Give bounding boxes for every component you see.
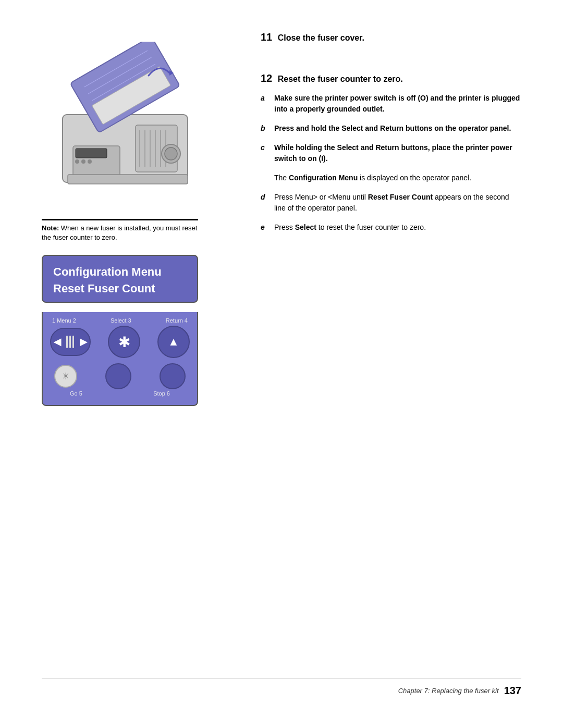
inline-note: The Configuration Menu is displayed on t… (274, 172, 521, 183)
step-12-text: Reset the fuser counter to zero. (278, 75, 403, 83)
svg-point-4 (81, 159, 85, 164)
step-12-header: 12 Reset the fuser counter to zero. (261, 72, 521, 84)
menu-nav-button[interactable]: ◀ ▶ (50, 328, 91, 356)
step-12-number: 12 (261, 72, 272, 84)
main-content: Note: When a new fuser is installed, you… (42, 31, 521, 657)
return-label: Return 4 (166, 317, 188, 324)
sub-step-d-letter: d (261, 192, 268, 214)
step-11-text: Close the fuser cover. (278, 33, 364, 42)
svg-point-3 (75, 159, 79, 164)
right-column: 11 Close the fuser cover. 12 Reset the f… (261, 31, 521, 657)
step-12: 12 Reset the fuser counter to zero. a Ma… (261, 72, 521, 241)
sub-step-e: e Press Select to reset the fuser counte… (261, 222, 521, 233)
menu-label: 1 Menu 2 (52, 317, 76, 324)
sub-step-e-text: Press Select to reset the fuser counter … (274, 222, 426, 233)
stop-label: Stop 6 (153, 390, 170, 397)
sub-step-b: b Press and hold the Select and Return b… (261, 123, 521, 134)
config-menu-line2: Reset Fuser Count (53, 282, 187, 295)
sub-step-b-letter: b (261, 123, 268, 134)
select-label: Select 3 (111, 317, 131, 324)
note-box: Note: When a new fuser is installed, you… (42, 219, 198, 242)
footer-chapter-text: Chapter 7: Replacing the fuser kit (398, 687, 499, 695)
step-11: 11 Close the fuser cover. (261, 31, 521, 52)
page-footer: Chapter 7: Replacing the fuser kit 137 (42, 678, 521, 697)
return-button[interactable]: ▲ (157, 326, 190, 358)
note-text: When a new fuser is installed, you must … (42, 224, 197, 241)
panel-label-row-top: 1 Menu 2 Select 3 Return 4 (50, 317, 190, 324)
sub-step-a: a Make sure the printer power switch is … (261, 93, 521, 115)
sub-step-a-letter: a (261, 93, 268, 115)
note-label: Note: (42, 224, 59, 232)
right-arrow-icon: ▶ (80, 336, 87, 348)
printer-illustration (42, 31, 219, 208)
power-button[interactable]: ☀ (54, 365, 77, 388)
sub-step-e-letter: e (261, 222, 268, 233)
left-column: Note: When a new fuser is installed, you… (42, 31, 240, 657)
sub-step-c: c While holding the Select and Return bu… (261, 142, 521, 164)
svg-rect-15 (68, 175, 188, 184)
sub-steps: a Make sure the printer power switch is … (261, 93, 521, 233)
power-indicator-area: ☀ (54, 365, 77, 388)
bottom-label-row: Go 5 Stop 6 (50, 390, 190, 397)
printer-svg (47, 42, 214, 198)
sub-step-c-text: While holding the Select and Return butt… (274, 142, 521, 164)
config-menu-display: Configuration Menu Reset Fuser Count (42, 255, 198, 303)
menu-bars-icon (66, 336, 74, 348)
left-arrow-icon: ◀ (54, 336, 61, 348)
power-icon: ☀ (62, 371, 70, 382)
go-label: Go 5 (70, 390, 82, 397)
svg-point-14 (165, 147, 177, 160)
button-row-top: ◀ ▶ ✱ ▲ (50, 326, 190, 358)
footer-page-number: 137 (504, 685, 521, 697)
sub-step-c-letter: c (261, 142, 268, 164)
config-menu-line1: Configuration Menu (53, 265, 187, 279)
svg-rect-2 (76, 149, 107, 158)
go-button-area (105, 363, 131, 389)
stop-button-area (160, 363, 186, 389)
sub-step-b-text: Press and hold the Select and Return but… (274, 123, 511, 134)
sub-step-d: d Press Menu> or <Menu until Reset Fuser… (261, 192, 521, 214)
sub-step-d-text: Press Menu> or <Menu until Reset Fuser C… (274, 192, 521, 214)
stop-button[interactable] (160, 363, 186, 389)
operator-panel: 1 Menu 2 Select 3 Return 4 ◀ ▶ (42, 312, 198, 406)
page: Note: When a new fuser is installed, you… (0, 0, 563, 728)
up-arrow-icon: ▲ (168, 335, 179, 349)
button-row-bottom: ☀ (50, 363, 190, 389)
step-11-header: 11 Close the fuser cover. (261, 31, 521, 43)
go-button[interactable] (105, 363, 131, 389)
svg-point-5 (88, 159, 92, 164)
step-11-number: 11 (261, 31, 272, 43)
select-button[interactable]: ✱ (108, 326, 140, 358)
star-icon: ✱ (118, 334, 130, 351)
sub-step-a-text: Make sure the printer power switch is of… (274, 93, 521, 115)
